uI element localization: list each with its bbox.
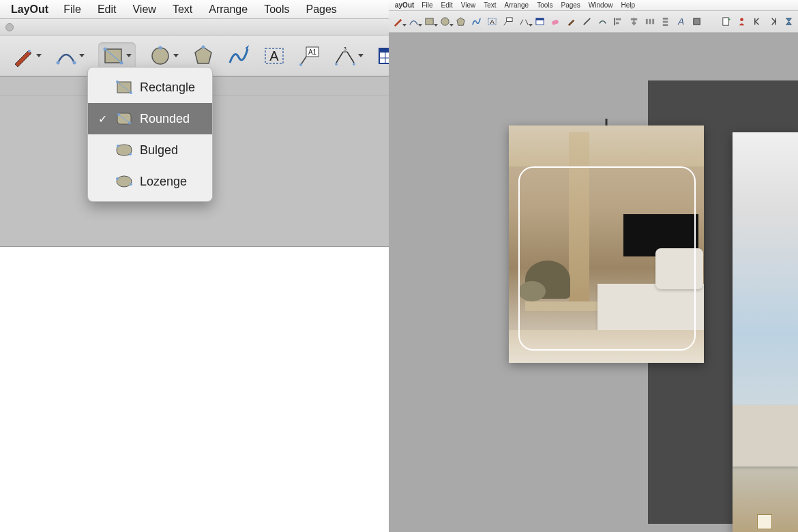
align-left-icon [613,16,623,27]
dropdown-item-bulged[interactable]: Bulged [88,134,212,166]
add-page-tool[interactable]: + [721,16,731,27]
svg-rect-55 [663,18,668,20]
svg-rect-47 [616,18,621,20]
table-icon [377,45,389,67]
label-tool[interactable]: A1 [299,45,321,67]
svg-text:A1: A1 [308,48,317,56]
polygon-icon [456,16,466,27]
menu-help[interactable]: Help [617,1,639,9]
hourglass-tool[interactable] [784,16,794,27]
dropdown-item-lozenge[interactable]: Lozenge [88,166,212,197]
svg-point-2 [73,61,76,64]
split-tool[interactable] [582,16,592,27]
menubar: LayOut File Edit View Text Arrange Tools… [0,0,389,19]
menu-edit[interactable]: Edit [437,1,456,9]
menu-arrange[interactable]: Arrange [201,3,256,16]
arc-tool[interactable] [55,45,85,67]
presentation-tool[interactable] [737,16,747,27]
svg-marker-39 [457,18,464,25]
eraser-tool[interactable] [550,16,561,27]
next-page-tool[interactable] [768,16,778,27]
dropdown-item-rounded[interactable]: ✓ Rounded [88,103,212,134]
label-tool[interactable] [503,16,513,27]
rounded-rectangle-shape[interactable] [518,166,696,351]
table-tool[interactable] [377,45,389,67]
freehand-icon [228,45,250,67]
line-tool[interactable] [12,45,42,67]
arc-tool[interactable] [409,16,419,27]
svg-point-30 [117,113,120,116]
app-name: ayOut [391,1,417,9]
menu-view[interactable]: View [457,1,480,9]
menubar: ayOut File Edit View Text Arrange Tools … [389,0,798,11]
space-v-tool[interactable] [660,16,670,27]
dropdown-item-rectangle[interactable]: Rectangle [88,72,212,103]
svg-rect-42 [507,18,512,22]
svg-rect-56 [663,21,668,23]
align-left-tool[interactable] [613,16,623,27]
polygon-tool[interactable] [192,45,214,67]
menu-pages[interactable]: Pages [298,3,345,16]
rectangle-tool[interactable] [98,42,136,70]
shape-style-icon [692,16,702,27]
prev-page-tool[interactable] [752,16,763,27]
menu-tools[interactable]: Tools [533,1,557,9]
join-tool[interactable] [597,16,608,27]
menu-edit[interactable]: Edit [89,3,125,16]
svg-rect-51 [632,22,636,24]
next-icon [768,16,778,27]
svg-point-32 [117,145,119,147]
svg-point-17 [335,63,338,65]
svg-rect-48 [616,22,619,24]
menu-tools[interactable]: Tools [256,3,297,16]
rectangle-tool[interactable] [424,16,434,27]
space-h-icon [645,16,655,27]
table-tool[interactable] [535,16,545,27]
shape-style-tool[interactable] [692,16,702,27]
canvas[interactable] [389,33,798,532]
svg-rect-44 [535,18,543,20]
dropdown-item-label: Rounded [140,112,190,126]
check-icon: ✓ [96,113,108,125]
inserted-image-2[interactable] [733,132,798,532]
menu-window[interactable]: Window [585,1,617,9]
menu-view[interactable]: View [124,3,164,16]
svg-point-6 [120,61,123,64]
freehand-tool[interactable] [471,16,482,27]
page-plus-icon: + [721,16,731,27]
text-icon: A [263,45,285,67]
dimension-icon: 3 [334,45,356,67]
menu-pages[interactable]: Pages [557,1,584,9]
app-name: LayOut [4,3,55,16]
arc-icon [55,45,77,67]
left-app-window: LayOut File Edit View Text Arrange Tools… [0,0,389,247]
svg-rect-52 [646,19,648,25]
menu-text[interactable]: Text [164,3,201,16]
space-h-tool[interactable] [645,16,655,27]
svg-point-5 [104,47,107,50]
polygon-tool[interactable] [456,16,466,27]
svg-text:3: 3 [344,46,346,51]
menu-text[interactable]: Text [479,1,500,9]
rectangle-icon [424,16,434,27]
dimension-tool[interactable]: 3 [334,45,364,67]
circle-tool[interactable] [149,45,179,67]
svg-text:A: A [677,16,684,27]
line-tool[interactable] [393,16,403,27]
menu-file[interactable]: File [417,1,437,9]
freehand-tool[interactable] [228,45,250,67]
menu-file[interactable]: File [55,3,89,16]
svg-rect-20 [379,48,389,53]
align-center-tool[interactable] [629,16,639,27]
logo-badge [757,514,772,529]
text-tool[interactable]: A [263,45,285,67]
window-control[interactable] [5,23,14,31]
text-tool[interactable]: A [487,16,497,27]
circle-tool[interactable] [440,16,450,27]
image-handle[interactable] [606,119,608,125]
text-style-tool[interactable]: A [676,16,686,27]
menu-arrange[interactable]: Arrange [501,1,533,9]
pencil-icon [393,16,403,27]
dimension-tool[interactable] [519,16,529,27]
style-tool[interactable] [566,16,576,27]
